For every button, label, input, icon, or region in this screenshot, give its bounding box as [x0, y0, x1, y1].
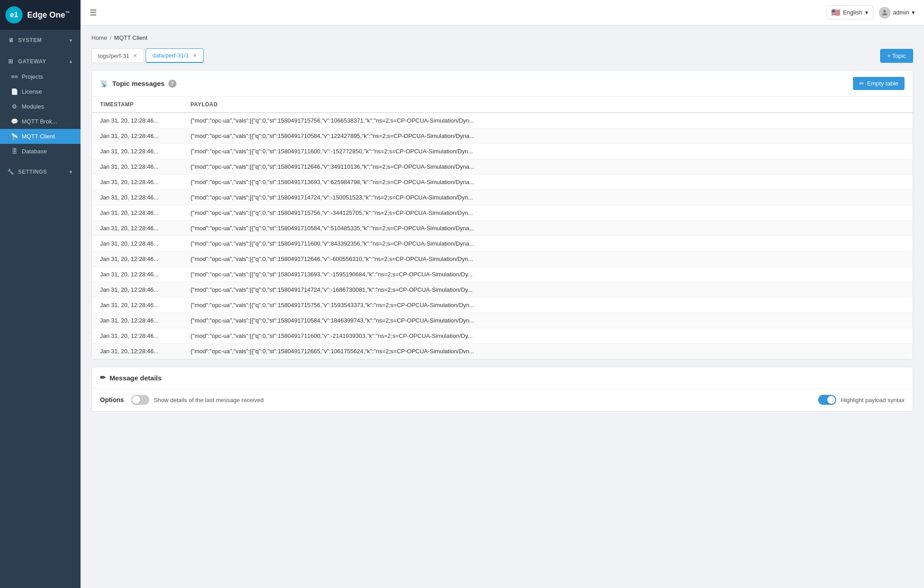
main-area: ☰ 🇺🇸 English ▾ admin ▾ Home / MQTT Clien…	[81, 0, 924, 588]
system-label: SYSTEM	[18, 37, 42, 43]
nav-section-system: SYSTEM ▼	[0, 30, 81, 51]
help-icon[interactable]: ?	[168, 80, 176, 88]
cell-timestamp: Jan 31, 20, 12:28:46...	[92, 205, 182, 221]
cell-timestamp: Jan 31, 20, 12:28:46...	[92, 159, 182, 175]
table-row[interactable]: Jan 31, 20, 12:28:46... {"mod":"opc-ua",…	[92, 236, 913, 251]
cell-timestamp: Jan 31, 20, 12:28:46...	[92, 221, 182, 236]
cell-payload: {"mod":"opc-ua","vals":[{"q":0,"st":1580…	[182, 113, 913, 128]
hamburger-button[interactable]: ☰	[90, 8, 97, 18]
eraser-icon: ✏	[859, 80, 864, 87]
tab-logs-perf-31[interactable]: logs/perf-31 ✕	[91, 48, 144, 63]
cell-payload: {"mod":"opc-ua","vals":[{"q":0,"st":1580…	[182, 298, 913, 313]
table-row[interactable]: Jan 31, 20, 12:28:46... {"mod":"opc-ua",…	[92, 113, 913, 128]
table-row[interactable]: Jan 31, 20, 12:28:46... {"mod":"opc-ua",…	[92, 159, 913, 175]
cell-payload: {"mod":"opc-ua","vals":[{"q":0,"st":1580…	[182, 313, 913, 328]
topbar: ☰ 🇺🇸 English ▾ admin ▾	[81, 0, 924, 25]
table-row[interactable]: Jan 31, 20, 12:28:46... {"mod":"opc-ua",…	[92, 344, 913, 359]
table-row[interactable]: Jan 31, 20, 12:28:46... {"mod":"opc-ua",…	[92, 144, 913, 159]
language-selector[interactable]: 🇺🇸 English ▾	[826, 5, 873, 19]
system-chevron: ▼	[69, 38, 73, 43]
cell-timestamp: Jan 31, 20, 12:28:46...	[92, 190, 182, 205]
topic-messages-header: 📡 Topic messages ? ✏ Empty table	[92, 71, 913, 97]
projects-icon: ≡	[11, 73, 18, 80]
message-details-label: Message details	[110, 374, 162, 382]
nav-header-system[interactable]: SYSTEM ▼	[0, 33, 81, 48]
show-last-message-toggle[interactable]	[131, 395, 149, 405]
table-row[interactable]: Jan 31, 20, 12:28:46... {"mod":"opc-ua",…	[92, 128, 913, 144]
table-row[interactable]: Jan 31, 20, 12:28:46... {"mod":"opc-ua",…	[92, 190, 913, 205]
sidebar-item-projects-label: Projects	[22, 73, 43, 80]
sidebar-item-projects[interactable]: ≡ Projects	[0, 69, 81, 84]
add-topic-button[interactable]: + Topic	[880, 49, 913, 63]
admin-menu[interactable]: admin ▾	[879, 7, 915, 19]
highlight-syntax-toggle[interactable]	[818, 395, 836, 405]
cell-timestamp: Jan 31, 20, 12:28:46...	[92, 344, 182, 359]
sidebar-item-mqtt-client[interactable]: 📡 MQTT Client	[0, 129, 81, 144]
settings-label: SETTINGS	[18, 169, 47, 175]
table-row[interactable]: Jan 31, 20, 12:28:46... {"mod":"opc-ua",…	[92, 282, 913, 298]
col-timestamp: TIMESTAMP	[92, 97, 182, 113]
language-label: English	[843, 9, 862, 16]
logo-text: Edge One™	[27, 10, 70, 20]
logo-icon: e1	[5, 6, 23, 24]
table-row[interactable]: Jan 31, 20, 12:28:46... {"mod":"opc-ua",…	[92, 298, 913, 313]
table-row[interactable]: Jan 31, 20, 12:28:46... {"mod":"opc-ua",…	[92, 175, 913, 190]
cell-timestamp: Jan 31, 20, 12:28:46...	[92, 113, 182, 128]
message-options-row: Options Show details of the last message…	[92, 389, 913, 411]
message-details-card: ✏ Message details Options Show details o…	[91, 367, 913, 412]
cell-timestamp: Jan 31, 20, 12:28:46...	[92, 236, 182, 251]
tab-data-perf-31[interactable]: data/perf-31/1 ✕	[146, 48, 204, 63]
tab-close-logs[interactable]: ✕	[133, 53, 137, 59]
monitor-icon	[7, 37, 14, 43]
settings-icon: 🔧	[7, 169, 14, 175]
cell-timestamp: Jan 31, 20, 12:28:46...	[92, 313, 182, 328]
table-row[interactable]: Jan 31, 20, 12:28:46... {"mod":"opc-ua",…	[92, 251, 913, 267]
sidebar: e1 Edge One™ SYSTEM ▼ GATEWAY ▲ ≡ Projec…	[0, 0, 81, 588]
logo[interactable]: e1 Edge One™	[0, 0, 81, 30]
modules-icon: ⚙	[11, 103, 18, 110]
topic-messages-card: 📡 Topic messages ? ✏ Empty table TIMESTA…	[91, 70, 913, 360]
cell-payload: {"mod":"opc-ua","vals":[{"q":0,"st":1580…	[182, 144, 913, 159]
message-details-header: ✏ Message details	[92, 367, 913, 389]
messages-table: TIMESTAMP PAYLOAD Jan 31, 20, 12:28:46..…	[92, 97, 913, 359]
cell-timestamp: Jan 31, 20, 12:28:46...	[92, 328, 182, 344]
table-row[interactable]: Jan 31, 20, 12:28:46... {"mod":"opc-ua",…	[92, 221, 913, 236]
cell-payload: {"mod":"opc-ua","vals":[{"q":0,"st":1580…	[182, 159, 913, 175]
cell-timestamp: Jan 31, 20, 12:28:46...	[92, 298, 182, 313]
cell-timestamp: Jan 31, 20, 12:28:46...	[92, 267, 182, 282]
table-row[interactable]: Jan 31, 20, 12:28:46... {"mod":"opc-ua",…	[92, 267, 913, 282]
cell-payload: {"mod":"opc-ua","vals":[{"q":0,"st":1580…	[182, 128, 913, 144]
tab-close-data[interactable]: ✕	[193, 52, 197, 58]
sidebar-item-modules[interactable]: ⚙ Modules	[0, 99, 81, 114]
tabs-row: logs/perf-31 ✕ data/perf-31/1 ✕ + Topic	[91, 48, 913, 63]
sidebar-item-license[interactable]: 📄 License	[0, 84, 81, 99]
table-row[interactable]: Jan 31, 20, 12:28:46... {"mod":"opc-ua",…	[92, 205, 913, 221]
breadcrumb-separator: /	[110, 34, 112, 41]
options-label: Options	[100, 396, 124, 403]
cell-payload: {"mod":"opc-ua","vals":[{"q":0,"st":1580…	[182, 190, 913, 205]
empty-table-button[interactable]: ✏ Empty table	[853, 77, 905, 90]
gateway-chevron: ▲	[69, 59, 73, 64]
show-last-message-text: Show details of the last message receive…	[154, 397, 264, 403]
cell-payload: {"mod":"opc-ua","vals":[{"q":0,"st":1580…	[182, 267, 913, 282]
cell-timestamp: Jan 31, 20, 12:28:46...	[92, 282, 182, 298]
cell-payload: {"mod":"opc-ua","vals":[{"q":0,"st":1580…	[182, 328, 913, 344]
gateway-icon	[7, 58, 14, 65]
nav-header-settings[interactable]: 🔧 SETTINGS ▼	[0, 164, 81, 180]
cell-timestamp: Jan 31, 20, 12:28:46...	[92, 144, 182, 159]
breadcrumb-home[interactable]: Home	[91, 34, 107, 41]
table-row[interactable]: Jan 31, 20, 12:28:46... {"mod":"opc-ua",…	[92, 328, 913, 344]
nav-section-settings: 🔧 SETTINGS ▼	[0, 161, 81, 182]
settings-chevron: ▼	[69, 170, 73, 175]
empty-table-label: Empty table	[867, 80, 898, 87]
sidebar-item-database[interactable]: 🗄 Database	[0, 144, 81, 159]
admin-avatar	[879, 7, 891, 19]
mqtt-broker-icon: 💬	[11, 118, 18, 125]
sidebar-item-mqtt-broker[interactable]: 💬 MQTT Brok...	[0, 114, 81, 129]
table-row[interactable]: Jan 31, 20, 12:28:46... {"mod":"opc-ua",…	[92, 313, 913, 328]
show-last-message-group: Options Show details of the last message…	[100, 395, 264, 405]
nav-section-gateway: GATEWAY ▲ ≡ Projects 📄 License ⚙ Modules…	[0, 51, 81, 161]
nav-header-gateway[interactable]: GATEWAY ▲	[0, 53, 81, 69]
sidebar-item-database-label: Database	[22, 148, 47, 155]
tab-label-logs: logs/perf-31	[98, 52, 129, 59]
